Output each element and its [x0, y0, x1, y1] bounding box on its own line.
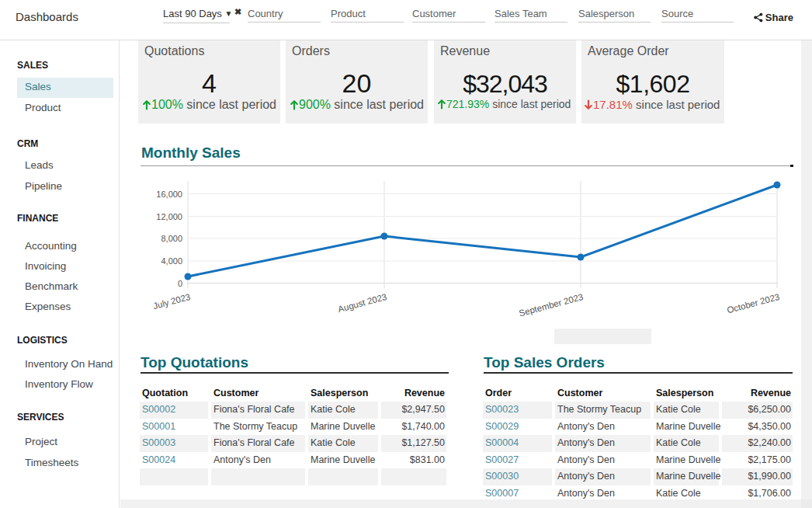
svg-text:16,000: 16,000 — [156, 190, 182, 199]
svg-text:4,000: 4,000 — [161, 256, 182, 266]
svg-text:August 2023: August 2023 — [337, 292, 387, 314]
svg-text:12,000: 12,000 — [156, 212, 182, 221]
svg-text:October 2023: October 2023 — [726, 292, 780, 315]
svg-text:0: 0 — [178, 279, 182, 288]
svg-text:September 2023: September 2023 — [518, 292, 584, 318]
svg-text:July 2023: July 2023 — [152, 292, 192, 311]
svg-text:8,000: 8,000 — [161, 234, 182, 243]
